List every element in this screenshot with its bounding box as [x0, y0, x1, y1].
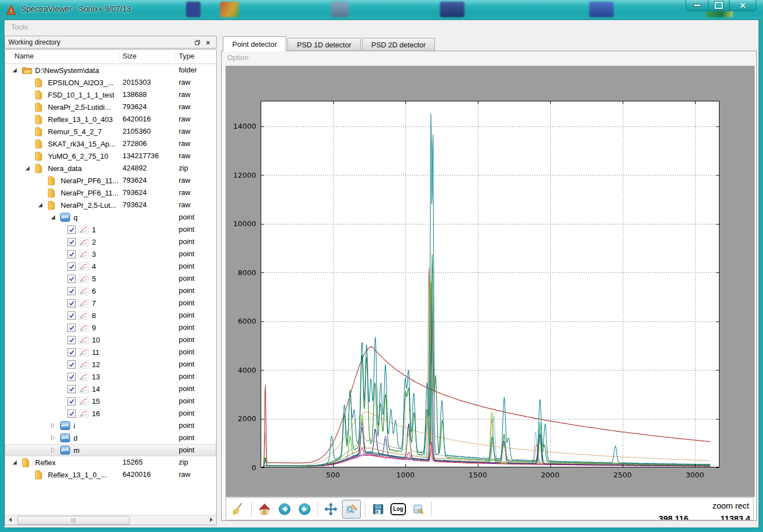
scrollbar-thumb[interactable] [17, 516, 130, 525]
collapse-arrow-icon[interactable] [50, 447, 57, 453]
pan-button[interactable] [322, 500, 340, 518]
series-checkbox[interactable] [67, 299, 76, 308]
series-checkbox[interactable] [67, 275, 76, 283]
tree-row[interactable]: 9point [5, 321, 216, 334]
tree-row[interactable]: NeraPr_PF6_11...793624raw [5, 187, 216, 199]
tree-row[interactable]: 3point [5, 248, 216, 260]
collapse-arrow-icon[interactable] [50, 435, 57, 441]
clear-button[interactable] [229, 500, 247, 518]
series-checkbox[interactable] [67, 336, 76, 344]
series-checkbox[interactable] [67, 348, 76, 357]
tab-psd-1d-detector[interactable]: PSD 1D detector [287, 38, 361, 51]
save-button[interactable] [369, 500, 387, 518]
expand-arrow-icon[interactable] [25, 165, 32, 172]
tree-row[interactable]: 12point [5, 358, 216, 370]
series-checkbox[interactable] [67, 324, 76, 332]
expand-arrow-icon[interactable] [12, 459, 19, 466]
column-separator[interactable] [174, 51, 175, 62]
tree-row[interactable]: YuMO_6_2_75_10134217736raw [5, 150, 216, 162]
expand-arrow-icon[interactable] [37, 202, 45, 208]
maximize-button[interactable] [708, 0, 730, 11]
column-header-type[interactable]: Type [179, 52, 194, 60]
tree-row[interactable]: Reflex_13_1_0_...6420016raw [5, 468, 216, 481]
tree-row-size: 793624 [123, 201, 146, 209]
maximize-icon [715, 2, 723, 9]
customize-button[interactable] [409, 500, 427, 518]
tree-row[interactable]: FSD_10_1_1_1_test138688raw [5, 89, 216, 101]
scroll-left-button[interactable] [5, 515, 14, 524]
column-header-name[interactable]: Name [14, 52, 34, 60]
tree-row[interactable]: 13point [5, 370, 216, 383]
column-separator[interactable] [119, 51, 119, 62]
tree-row-type: raw [179, 78, 190, 86]
series-checkbox[interactable] [67, 226, 76, 234]
collapse-arrow-icon[interactable] [50, 422, 57, 429]
tree-row-type: point [179, 360, 194, 368]
series-checkbox[interactable] [67, 262, 76, 271]
expand-arrow-icon[interactable] [50, 214, 57, 221]
titlebar[interactable]: SpectraViewer - Sonix+ 9/07/13 ✕ [0, 0, 763, 20]
arrow-spacer [25, 471, 32, 478]
series-checkbox[interactable] [67, 409, 76, 418]
menu-tools[interactable]: Tools [11, 23, 28, 31]
tree-row[interactable]: 4point [5, 260, 216, 272]
float-panel-button[interactable] [193, 38, 202, 47]
column-header-size[interactable]: Size [123, 52, 136, 60]
tree-row[interactable]: SKAT_rk34_15_Ap...272806raw [5, 138, 216, 150]
tree-row[interactable]: 14point [5, 383, 216, 395]
wave-icon [60, 421, 71, 431]
tree-row[interactable]: NeraPr_2,5-Lutidi...793624raw [5, 101, 216, 113]
spectra-plot[interactable] [226, 66, 753, 495]
tree-row[interactable]: 2point [5, 236, 216, 248]
series-checkbox[interactable] [67, 360, 76, 369]
tree-row[interactable]: Reflex15265zip [5, 456, 216, 468]
tree-row[interactable]: 1point [5, 223, 216, 236]
tree-row[interactable]: 5point [5, 272, 216, 285]
tree-row[interactable]: EPSILON_Al2O3_...2015303raw [5, 76, 216, 89]
tree-row[interactable]: 16point [5, 407, 216, 419]
tree-row[interactable]: 7point [5, 297, 216, 309]
tab-point-detector[interactable]: Point detector [223, 36, 286, 51]
menu-option[interactable]: Option [227, 53, 248, 62]
series-checkbox[interactable] [67, 311, 76, 320]
tree-row-label: m [74, 446, 80, 455]
zoom-rect-button[interactable] [342, 500, 361, 519]
close-button[interactable]: ✕ [729, 0, 756, 11]
tree-row[interactable]: 15point [5, 395, 216, 407]
minimize-button[interactable] [686, 0, 708, 11]
tree-row[interactable]: 6point [5, 285, 216, 297]
tree-row-type: point [179, 225, 194, 233]
tree-row[interactable]: qpoint [5, 211, 216, 223]
log-button[interactable]: Log [389, 500, 407, 518]
tree-row[interactable]: mpoint [5, 444, 216, 456]
series-checkbox[interactable] [67, 385, 76, 393]
tree-row[interactable]: Remur_5_4_2_72105360raw [5, 125, 216, 138]
tree-row[interactable]: D:\NewSystem\datafolder [5, 64, 216, 76]
tree-row[interactable]: 8point [5, 309, 216, 321]
series-checkbox[interactable] [67, 397, 76, 406]
back-button[interactable] [276, 500, 294, 518]
tree-row[interactable]: Reflex_13_1_0_4036420016raw [5, 113, 216, 125]
series-checkbox[interactable] [67, 238, 76, 246]
scroll-right-button[interactable] [207, 515, 216, 524]
tree-row[interactable]: 11point [5, 346, 216, 358]
home-button[interactable] [256, 500, 273, 518]
tree-row[interactable]: dpoint [5, 432, 216, 444]
series-checkbox[interactable] [67, 373, 76, 381]
tab-psd-2d-detector[interactable]: PSD 2D detector [362, 38, 436, 51]
tree-row[interactable]: Nera_data424892zip [5, 162, 216, 174]
tree-row[interactable]: 10point [5, 334, 216, 346]
horizontal-scrollbar[interactable] [5, 515, 216, 525]
forward-button[interactable] [296, 500, 314, 518]
tree-row[interactable]: NeraPr_PF6_11...793624raw [5, 174, 216, 187]
close-panel-button[interactable]: × [204, 38, 212, 47]
tree-row[interactable]: NeraPr_2,5-Lut...793624raw [5, 199, 216, 211]
series-checkbox[interactable] [67, 250, 76, 258]
series-checkbox[interactable] [67, 287, 76, 295]
tree-row[interactable]: ipoint [5, 419, 216, 432]
tree-row-label: SKAT_rk34_15_Ap... [48, 140, 115, 148]
expand-arrow-icon[interactable] [12, 67, 19, 74]
dock-header[interactable]: Working directory × [4, 36, 217, 48]
tree-row-type: folder [179, 66, 197, 74]
wave-icon [60, 213, 71, 222]
